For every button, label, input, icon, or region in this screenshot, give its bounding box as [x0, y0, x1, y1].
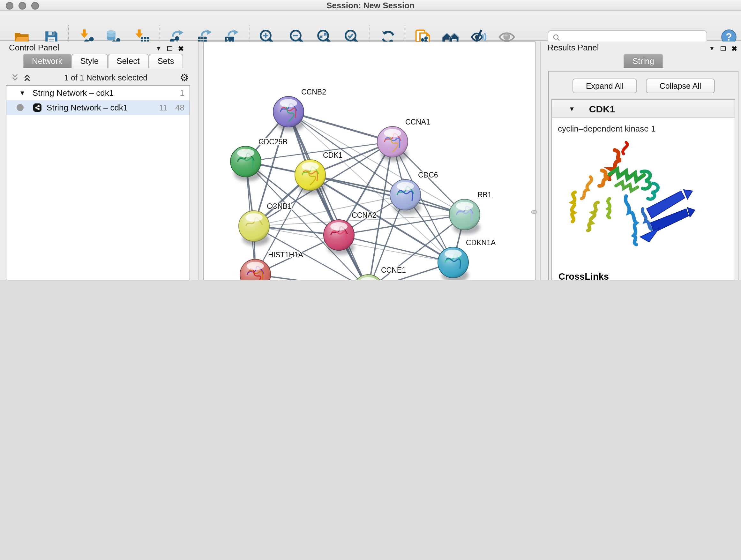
- search-input[interactable]: [563, 32, 706, 43]
- protein-section: ▼ CDK1 cyclin–dependent kinase 1: [551, 99, 735, 280]
- close-panel-icon[interactable]: ✖: [178, 44, 184, 53]
- node-highlight: [397, 182, 414, 190]
- float-panel-icon[interactable]: [167, 46, 172, 51]
- node-label-CCNB2: CCNB2: [301, 88, 326, 96]
- network-row-selected[interactable]: String Network – cdk1 11 48: [6, 100, 190, 115]
- network-type-icon: [33, 104, 42, 112]
- title-bar: Session: New Session: [0, 0, 741, 11]
- edge-CDK1-RB1[interactable]: [310, 175, 465, 214]
- collapse-all-button[interactable]: Collapse All: [646, 78, 715, 93]
- protein-name: CDK1: [589, 103, 615, 114]
- edge-HIST1H1A-CCNE1[interactable]: [255, 274, 368, 280]
- node-highlight: [247, 262, 264, 270]
- node-highlight: [384, 129, 401, 137]
- network-label: String Network – cdk1: [47, 103, 159, 112]
- node-label-CDK1: CDK1: [323, 151, 342, 159]
- vertical-splitter[interactable]: [199, 42, 203, 280]
- svg-text:?: ?: [726, 31, 732, 43]
- edge-CCNB2-CCNA1[interactable]: [288, 112, 393, 142]
- node-CDC6[interactable]: CDC6: [390, 171, 438, 214]
- vertical-splitter[interactable]: [536, 42, 540, 280]
- node-label-RB1: RB1: [477, 191, 492, 199]
- control-tab-select[interactable]: Select: [108, 54, 148, 68]
- panel-menu-icon[interactable]: ▼: [709, 45, 715, 52]
- protein-section-header[interactable]: ▼ CDK1: [552, 100, 735, 118]
- node-highlight: [246, 213, 263, 222]
- window-title: Session: New Session: [0, 0, 741, 11]
- main-toolbar: ?: [0, 11, 741, 41]
- control-tab-sets[interactable]: Sets: [148, 54, 183, 68]
- network-graph[interactable]: CCNB2CCNA1CDC25BCDK1CDC6RB1CCNB1CCNA2CDK…: [204, 42, 535, 280]
- collection-count: 1: [180, 88, 185, 98]
- expand-all-button[interactable]: Expand All: [572, 78, 637, 93]
- node-label-CDC6: CDC6: [418, 171, 438, 179]
- node-label-CCNE1: CCNE1: [381, 266, 406, 274]
- cytoscape-window: Session: New Session: [0, 0, 741, 280]
- expand-all-chevron-icon[interactable]: [22, 73, 32, 82]
- node-CCNB2[interactable]: CCNB2: [273, 88, 326, 132]
- network-canvas[interactable]: CCNB2CCNA1CDC25BCDK1CDC6RB1CCNB1CCNA2CDK…: [203, 42, 536, 280]
- node-RB1[interactable]: RB1: [449, 191, 492, 234]
- results-panel-title: Results Panel: [548, 43, 599, 52]
- node-highlight: [330, 222, 347, 231]
- crosslinks-heading: CrossLinks: [558, 271, 735, 280]
- node-highlight: [456, 202, 473, 210]
- section-collapse-icon[interactable]: ▼: [569, 105, 575, 112]
- control-tab-network[interactable]: Network: [23, 54, 71, 68]
- node-highlight: [280, 99, 297, 107]
- control-panel-title: Control Panel: [9, 43, 59, 52]
- node-highlight: [301, 162, 319, 171]
- network-status-dot: [17, 104, 23, 111]
- node-HIST1H1A[interactable]: HIST1H1A: [240, 251, 304, 280]
- collection-expand-icon[interactable]: ▼: [19, 89, 25, 97]
- collection-label: String Network – cdk1: [32, 88, 180, 98]
- network-selection-status: 1 of 1 Network selected: [32, 73, 180, 82]
- node-CDC25B[interactable]: CDC25B: [230, 138, 287, 181]
- node-CDK1[interactable]: CDK1: [295, 151, 342, 195]
- edge-CDC6-CCNB1[interactable]: [254, 195, 405, 226]
- control-panel-tabs: NetworkStyleSelectSets: [23, 54, 183, 68]
- node-label-CCNB1: CCNB1: [267, 202, 292, 210]
- network-tree: ▼ String Network – cdk1 1 String Network…: [6, 85, 190, 280]
- results-tab-string[interactable]: String: [623, 54, 663, 68]
- results-panel: Results Panel ▼ ✖ String Expand All Coll…: [540, 42, 741, 280]
- node-count: 11: [159, 103, 167, 112]
- control-panel: Control Panel ▼ ✖ NetworkStyleSelectSets…: [0, 42, 199, 280]
- node-label-HIST1H1A: HIST1H1A: [268, 251, 304, 259]
- node-label-CCNA1: CCNA1: [405, 118, 430, 126]
- control-tab-style[interactable]: Style: [71, 54, 108, 68]
- collapse-all-chevron-icon[interactable]: [10, 73, 20, 82]
- edge-count: 48: [175, 103, 185, 112]
- node-CDKN1A[interactable]: CDKN1A: [438, 239, 496, 280]
- close-panel-icon[interactable]: ✖: [731, 44, 737, 53]
- node-highlight: [237, 149, 254, 157]
- protein-structure-image: [565, 137, 700, 262]
- string-results-card: Expand All Collapse All ▼ CDK1 cyclin–de…: [548, 71, 738, 280]
- network-selection-row: 1 of 1 Network selected ⚙: [5, 71, 194, 84]
- node-CCNA1[interactable]: CCNA1: [377, 118, 430, 162]
- network-options-gear-icon[interactable]: ⚙: [180, 71, 189, 84]
- network-collection-row[interactable]: ▼ String Network – cdk1 1: [6, 85, 190, 100]
- float-panel-icon[interactable]: [721, 46, 726, 51]
- node-label-CDC25B: CDC25B: [259, 138, 287, 146]
- splitter-handle[interactable]: [531, 210, 537, 214]
- node-label-CDKN1A: CDKN1A: [466, 239, 496, 247]
- protein-description: cyclin–dependent kinase 1: [558, 124, 735, 133]
- panel-menu-icon[interactable]: ▼: [156, 45, 161, 52]
- search-icon: [553, 34, 560, 41]
- node-label-CCNA2: CCNA2: [352, 211, 377, 219]
- node-highlight: [445, 250, 462, 258]
